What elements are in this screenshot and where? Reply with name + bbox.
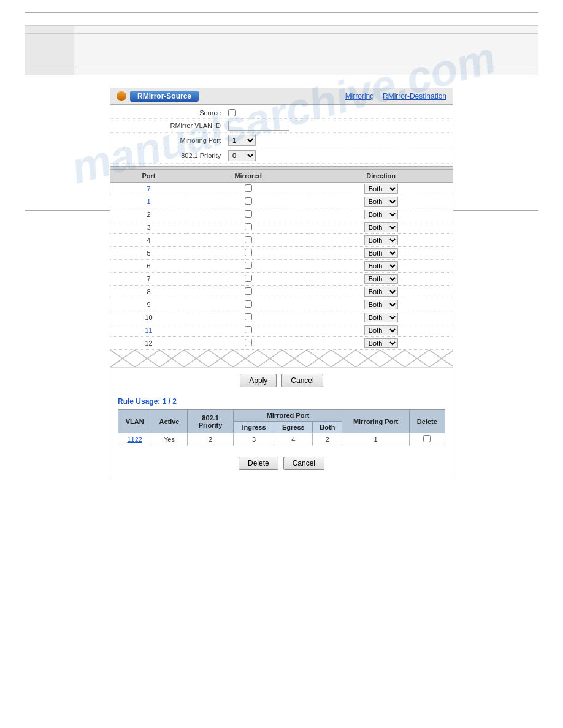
direction-select[interactable]: BothIngressEgress <box>364 300 398 309</box>
vlan-id-control <box>228 121 289 131</box>
port-col-header: Port <box>110 170 187 183</box>
port-row: 10BothIngressEgress <box>110 311 453 324</box>
direction-cell: BothIngressEgress <box>309 195 453 208</box>
direction-select[interactable]: BothIngressEgress <box>364 338 398 348</box>
direction-select[interactable]: BothIngressEgress <box>364 222 398 232</box>
active-header: Active <box>151 410 187 433</box>
delete-checkbox[interactable] <box>423 435 431 442</box>
priority-label: 802.1 Priority <box>118 152 228 159</box>
rmirror-destination-link[interactable]: RMirror-Destination <box>383 92 446 100</box>
mirrored-col-header: Mirrored <box>187 170 309 183</box>
summary-row: 1122Yes23421 <box>118 433 445 446</box>
direction-select[interactable]: BothIngressEgress <box>364 184 398 194</box>
vlan-header: VLAN <box>118 410 151 433</box>
port-number: 10 <box>110 311 187 324</box>
mirrored-checkbox-cell <box>187 247 309 260</box>
mirrored-checkbox[interactable] <box>245 236 252 243</box>
summary-table: VLAN Active 802.1 Priority Mirrored Port… <box>118 409 445 446</box>
priority-row: 802.1 Priority 0123 4567 <box>110 148 453 164</box>
mirrored-checkbox[interactable] <box>245 210 252 218</box>
direction-select[interactable]: BothIngressEgress <box>364 261 398 271</box>
mirrored-checkbox[interactable] <box>245 313 252 320</box>
direction-select[interactable]: BothIngressEgress <box>364 274 398 284</box>
mirrored-checkbox[interactable] <box>245 339 252 346</box>
delete-button[interactable]: Delete <box>239 457 278 470</box>
port-number: 5 <box>110 247 187 260</box>
mirrored-checkbox-cell <box>187 260 309 273</box>
direction-select[interactable]: BothIngressEgress <box>364 313 398 322</box>
main-panel: RMirror-Source Mirroring RMirror-Destina… <box>110 88 453 479</box>
port-number: 12 <box>110 337 187 350</box>
info-table <box>25 25 538 75</box>
mirroring-port-row: Mirroring Port 1234 5678 9101112 <box>110 133 453 148</box>
mirrored-checkbox-cell <box>187 221 309 234</box>
mirroring-link[interactable]: Mirroring <box>345 92 374 100</box>
bottom-cancel-button[interactable]: Cancel <box>283 457 324 470</box>
rule-usage-label: Rule Usage: 1 / 2 <box>118 397 445 406</box>
mirrored-checkbox[interactable] <box>245 287 252 295</box>
mirrored-checkbox[interactable] <box>245 300 252 308</box>
info-label-1 <box>25 26 74 34</box>
info-label-2 <box>25 34 74 67</box>
direction-select[interactable]: BothIngressEgress <box>364 210 398 219</box>
port-number: 2 <box>110 208 187 221</box>
mirrored-checkbox[interactable] <box>245 184 252 192</box>
direction-cell: BothIngressEgress <box>309 273 453 286</box>
port-row: 9BothIngressEgress <box>110 298 453 311</box>
delete-checkbox-cell <box>409 433 445 446</box>
mirrored-checkbox-cell <box>187 234 309 247</box>
mirrored-checkbox-cell <box>187 286 309 298</box>
cancel-button[interactable]: Cancel <box>282 374 323 387</box>
port-row: 5BothIngressEgress <box>110 247 453 260</box>
egress-header: Egress <box>274 422 313 433</box>
info-label-3 <box>25 67 74 75</box>
direction-select[interactable]: BothIngressEgress <box>364 248 398 258</box>
direction-cell: BothIngressEgress <box>309 337 453 350</box>
summary-both: 2 <box>313 433 342 446</box>
mirrored-checkbox[interactable] <box>245 223 252 230</box>
mirrored-checkbox[interactable] <box>245 249 252 256</box>
direction-select[interactable]: BothIngressEgress <box>364 235 398 245</box>
mirrored-checkbox[interactable] <box>245 197 252 205</box>
summary-priority: 2 <box>187 433 234 446</box>
direction-select[interactable]: BothIngressEgress <box>364 197 398 207</box>
info-content-3 <box>74 67 538 75</box>
direction-col-header: Direction <box>309 170 453 183</box>
info-content-2 <box>74 34 538 67</box>
mirrored-checkbox[interactable] <box>245 262 252 269</box>
panel-header-links: Mirroring RMirror-Destination <box>345 92 446 100</box>
mirrored-checkbox-cell <box>187 311 309 324</box>
port-row: 4BothIngressEgress <box>110 234 453 247</box>
apply-button[interactable]: Apply <box>240 374 277 387</box>
summary-ingress: 3 <box>234 433 274 446</box>
port-number: 7 <box>110 273 187 286</box>
mirrored-checkbox[interactable] <box>245 275 252 282</box>
mirrored-checkbox-cell <box>187 298 309 311</box>
port-number: 8 <box>110 286 187 298</box>
direction-select[interactable]: BothIngressEgress <box>364 287 398 297</box>
port-row: 11BothIngressEgress <box>110 324 453 337</box>
mirrored-checkbox-cell <box>187 183 309 195</box>
summary-active: Yes <box>151 433 187 446</box>
port-row: 12BothIngressEgress <box>110 337 453 350</box>
priority-select[interactable]: 0123 4567 <box>228 150 256 161</box>
watermark-area: manualsarchive.com RMirror-Source Mirror… <box>25 88 538 198</box>
direction-cell: BothIngressEgress <box>309 260 453 273</box>
direction-cell: BothIngressEgress <box>309 247 453 260</box>
direction-cell: BothIngressEgress <box>309 298 453 311</box>
source-checkbox[interactable] <box>228 109 236 116</box>
direction-cell: BothIngressEgress <box>309 208 453 221</box>
source-label: Source <box>118 109 228 116</box>
mirroring-port-select[interactable]: 1234 5678 9101112 <box>228 135 256 146</box>
direction-select[interactable]: BothIngressEgress <box>364 325 398 335</box>
mirrored-checkbox-cell <box>187 324 309 337</box>
vlan-id-row: RMirror VLAN ID <box>110 119 453 133</box>
port-number: 11 <box>110 324 187 337</box>
port-number: 7 <box>110 183 187 195</box>
mirrored-checkbox[interactable] <box>245 326 252 333</box>
port-row: 7BothIngressEgress <box>110 273 453 286</box>
summary-vlan[interactable]: 1122 <box>118 433 151 446</box>
vlan-id-input[interactable] <box>228 121 289 131</box>
port-row: 6BothIngressEgress <box>110 260 453 273</box>
delete-header: Delete <box>409 410 445 433</box>
